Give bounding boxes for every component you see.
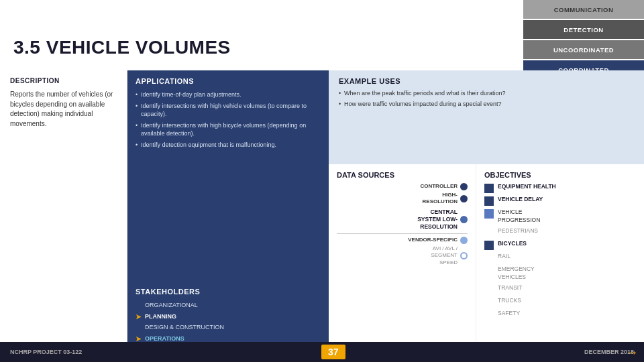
list-item: Identify intersections with high bicycle… [136,121,321,138]
ds-dot-avi [460,252,468,259]
obj-transit: TRANSIT [484,284,636,294]
list-item: Identify detection equipment that is mal… [136,141,321,149]
obj-bar-icon [484,184,494,193]
example-uses-section: EXAMPLE USES When are the peak traffic p… [329,70,644,164]
ds-label-controller: CONTROLLER [420,183,458,190]
ds-row-controller: CONTROLLER [337,183,468,190]
ds-dot-vendor [460,237,468,244]
obj-label: VEHICLEPROGRESSION [498,208,540,225]
list-item: Identify intersections with high vehicle… [136,102,321,119]
obj-label: PEDESTRIANS [498,227,538,235]
data-sources-header: DATA SOURCES [337,171,468,179]
description-column: DESCRIPTION Reports the number of vehicl… [0,70,127,362]
obj-rail: RAIL [484,253,636,263]
page-title: 3.5 VEHICLE VOLUMES [13,37,231,58]
obj-safety: SAFETY [484,310,636,320]
obj-emergency: EMERGENCYVEHICLES [484,265,636,282]
legend-detection: DETECTION [523,20,644,39]
ds-label-avi: AVI / AVL /SEGMENTSPEED [431,245,458,266]
ds-row-avi: AVI / AVL /SEGMENTSPEED [337,245,468,266]
obj-label: TRUCKS [498,297,521,305]
obj-label: SAFETY [498,310,520,318]
description-text: Reports the number of vehicles (or bicyc… [10,90,117,129]
applications-list: Identify time-of-day plan adjustments. I… [136,90,321,152]
obj-bar-icon [484,266,494,276]
obj-label: BICYCLES [498,240,527,248]
stakeholders-header: STAKEHOLDERS [136,288,321,296]
example-uses-list: When are the peak traffic periods and wh… [339,89,634,109]
page-number: 37 [321,345,345,359]
obj-label: EMERGENCYVEHICLES [498,265,535,282]
applications-header: APPLICATIONS [136,77,321,85]
ds-row-central: CENTRALSYSTEM LOW-RESOLUTION [337,208,468,231]
arrow-icon: ➤ [136,312,141,322]
obj-pedestrians: PEDESTRIANS [484,227,636,237]
obj-label: EQUIPMENT HEALTH [498,183,556,191]
obj-bar-icon [484,209,494,219]
legend-uncoordinated: UNCOORDINATED [523,40,644,59]
description-header: DESCRIPTION [10,77,117,84]
obj-bar-icon [484,310,494,320]
next-arrow-icon[interactable]: → [625,345,639,360]
obj-vehicle-delay: VEHICLE DELAY [484,196,636,206]
ds-row-high-res: HIGH-RESOLUTION [337,192,468,206]
ds-dot-high-res [460,195,468,202]
list-item: How were traffic volumes impacted during… [339,100,634,109]
obj-label: TRANSIT [498,284,522,292]
obj-bar-icon [484,196,494,206]
obj-bar-icon [484,253,494,263]
ds-dot-controller [460,183,468,190]
ds-label-high-res: HIGH-RESOLUTION [423,192,458,206]
obj-vehicle-progression: VEHICLEPROGRESSION [484,208,636,225]
obj-bar-icon [484,298,494,307]
ds-row-vendor: VENDOR-SPECIFIC [337,233,468,244]
ds-dot-central [460,216,468,223]
data-sources-list: CONTROLLER HIGH-RESOLUTION CENTRALSYSTEM… [337,183,468,266]
obj-label: RAIL [498,253,511,261]
ds-label-central: CENTRALSYSTEM LOW-RESOLUTION [417,208,458,231]
nchrp-label: NCHRP PROJECT 03-122 [10,349,82,355]
ds-label-vendor: VENDOR-SPECIFIC [408,237,458,243]
right-column: EXAMPLE USES When are the peak traffic p… [329,70,644,362]
legend-communication: COMMUNICATION [523,0,644,19]
bottom-data-area: DATA SOURCES CONTROLLER HIGH-RESOLUTION … [329,164,644,362]
obj-bicycles: BICYCLES [484,240,636,250]
obj-trucks: TRUCKS [484,297,636,307]
obj-bar-icon [484,285,494,294]
applications-column: APPLICATIONS Identify time-of-day plan a… [127,70,329,362]
bottom-bar: NCHRP PROJECT 03-122 37 DECEMBER 2018 → [0,342,644,362]
obj-label: VEHICLE DELAY [498,196,543,204]
stakeholder-design: DESIGN & CONSTRUCTION [136,322,321,333]
obj-bar-icon [484,241,494,250]
objectives-header: OBJECTIVES [484,171,636,179]
list-item: When are the peak traffic periods and wh… [339,89,634,98]
example-uses-header: EXAMPLE USES [339,77,634,85]
content-area: DESCRIPTION Reports the number of vehicl… [0,70,644,362]
data-sources-column: DATA SOURCES CONTROLLER HIGH-RESOLUTION … [329,164,476,362]
stakeholder-planning: ➤ PLANNING [136,311,321,322]
stakeholder-organizational: ORGANIZATIONAL [136,300,321,311]
obj-bar-icon [484,228,494,237]
objectives-column: OBJECTIVES EQUIPMENT HEALTH VEHICLE DELA… [476,164,644,362]
obj-equipment-health: EQUIPMENT HEALTH [484,183,636,193]
list-item: Identify time-of-day plan adjustments. [136,90,321,99]
